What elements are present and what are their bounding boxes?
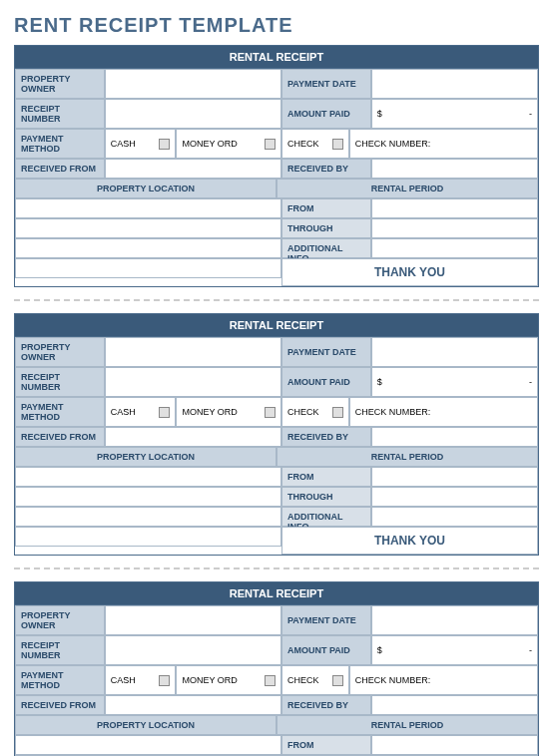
label-amount-paid: AMOUNT PAID xyxy=(281,99,371,129)
label-payment-date: PAYMENT DATE xyxy=(281,69,371,99)
checkbox-icon[interactable] xyxy=(265,407,276,418)
value-property-owner[interactable] xyxy=(105,69,281,99)
label-received-from: RECEIVED FROM xyxy=(15,695,105,715)
value-amount-paid[interactable]: $- xyxy=(371,635,538,665)
label-property-owner: PROPERTY OWNER xyxy=(15,605,105,635)
label-property-owner: PROPERTY OWNER xyxy=(15,337,105,367)
thank-you: THANK YOU xyxy=(281,258,538,286)
header-rental-period: RENTAL PERIOD xyxy=(276,447,538,467)
rental-receipt: RENTAL RECEIPT PROPERTY OWNER PAYMENT DA… xyxy=(14,45,539,287)
value-received-from[interactable] xyxy=(105,695,281,715)
value-from[interactable] xyxy=(371,735,538,755)
divider xyxy=(14,567,539,569)
header-property-location: PROPERTY LOCATION xyxy=(15,715,276,735)
property-location-line[interactable] xyxy=(15,467,281,487)
label-received-by: RECEIVED BY xyxy=(281,427,371,447)
header-rental-period: RENTAL PERIOD xyxy=(276,715,538,735)
payment-money-order[interactable]: MONEY ORD xyxy=(176,665,281,695)
label-received-by: RECEIVED BY xyxy=(281,159,371,179)
header-property-location: PROPERTY LOCATION xyxy=(15,447,276,467)
payment-cash[interactable]: CASH xyxy=(105,129,177,159)
receipt-header: RENTAL RECEIPT xyxy=(15,46,538,69)
value-additional-info[interactable] xyxy=(371,507,538,527)
label-payment-date: PAYMENT DATE xyxy=(281,337,371,367)
value-receipt-number[interactable] xyxy=(105,635,281,665)
value-through[interactable] xyxy=(371,218,538,238)
label-from: FROM xyxy=(281,467,371,487)
value-property-owner[interactable] xyxy=(105,337,281,367)
label-received-from: RECEIVED FROM xyxy=(15,427,105,447)
value-received-from[interactable] xyxy=(105,159,281,179)
value-amount-paid[interactable]: $- xyxy=(371,99,538,129)
value-payment-date[interactable] xyxy=(371,605,538,635)
page-title: RENT RECEIPT TEMPLATE xyxy=(14,14,539,37)
payment-check[interactable]: CHECK xyxy=(281,129,349,159)
value-received-by[interactable] xyxy=(371,695,538,715)
payment-check[interactable]: CHECK xyxy=(281,397,349,427)
rental-receipt: RENTAL RECEIPT PROPERTY OWNER PAYMENT DA… xyxy=(14,313,539,556)
payment-check[interactable]: CHECK xyxy=(281,665,349,695)
value-payment-date[interactable] xyxy=(371,69,538,99)
checkbox-icon[interactable] xyxy=(332,139,343,150)
divider xyxy=(14,299,539,301)
label-payment-method: PAYMENT METHOD xyxy=(15,665,105,695)
value-amount-paid[interactable]: $- xyxy=(371,367,538,397)
value-received-by[interactable] xyxy=(371,159,538,179)
label-amount-paid: AMOUNT PAID xyxy=(281,367,371,397)
check-number[interactable]: CHECK NUMBER: xyxy=(349,665,538,695)
label-receipt-number: RECEIPT NUMBER xyxy=(15,99,105,129)
receipt-header: RENTAL RECEIPT xyxy=(15,582,538,605)
label-through: THROUGH xyxy=(281,487,371,507)
property-location-line[interactable] xyxy=(15,258,281,278)
rental-receipt: RENTAL RECEIPT PROPERTY OWNER PAYMENT DA… xyxy=(14,581,539,756)
value-from[interactable] xyxy=(371,198,538,218)
label-through: THROUGH xyxy=(281,218,371,238)
property-location-line[interactable] xyxy=(15,487,281,507)
value-received-by[interactable] xyxy=(371,427,538,447)
value-through[interactable] xyxy=(371,487,538,507)
value-payment-date[interactable] xyxy=(371,337,538,367)
label-payment-method: PAYMENT METHOD xyxy=(15,129,105,159)
checkbox-icon[interactable] xyxy=(265,675,276,686)
receipt-header: RENTAL RECEIPT xyxy=(15,314,538,337)
label-additional-info: ADDITIONAL INFO xyxy=(281,238,371,258)
checkbox-icon[interactable] xyxy=(159,139,170,150)
payment-money-order[interactable]: MONEY ORD xyxy=(176,397,281,427)
checkbox-icon[interactable] xyxy=(332,407,343,418)
property-location-line[interactable] xyxy=(15,735,281,755)
checkbox-icon[interactable] xyxy=(265,139,276,150)
property-location-line[interactable] xyxy=(15,238,281,258)
label-from: FROM xyxy=(281,198,371,218)
payment-cash[interactable]: CASH xyxy=(105,665,177,695)
label-received-from: RECEIVED FROM xyxy=(15,159,105,179)
property-location-line[interactable] xyxy=(15,218,281,238)
property-location-line[interactable] xyxy=(15,198,281,218)
header-property-location: PROPERTY LOCATION xyxy=(15,179,276,198)
value-receipt-number[interactable] xyxy=(105,99,281,129)
checkbox-icon[interactable] xyxy=(159,407,170,418)
checkbox-icon[interactable] xyxy=(332,675,343,686)
label-payment-date: PAYMENT DATE xyxy=(281,605,371,635)
value-from[interactable] xyxy=(371,467,538,487)
value-receipt-number[interactable] xyxy=(105,367,281,397)
label-receipt-number: RECEIPT NUMBER xyxy=(15,367,105,397)
check-number[interactable]: CHECK NUMBER: xyxy=(349,129,538,159)
payment-money-order[interactable]: MONEY ORD xyxy=(176,129,281,159)
value-property-owner[interactable] xyxy=(105,605,281,635)
value-received-from[interactable] xyxy=(105,427,281,447)
label-amount-paid: AMOUNT PAID xyxy=(281,635,371,665)
check-number[interactable]: CHECK NUMBER: xyxy=(349,397,538,427)
label-property-owner: PROPERTY OWNER xyxy=(15,69,105,99)
payment-cash[interactable]: CASH xyxy=(105,397,177,427)
thank-you: THANK YOU xyxy=(281,527,538,555)
header-rental-period: RENTAL PERIOD xyxy=(276,179,538,198)
property-location-line[interactable] xyxy=(15,507,281,527)
value-additional-info[interactable] xyxy=(371,238,538,258)
label-payment-method: PAYMENT METHOD xyxy=(15,397,105,427)
label-receipt-number: RECEIPT NUMBER xyxy=(15,635,105,665)
checkbox-icon[interactable] xyxy=(159,675,170,686)
label-additional-info: ADDITIONAL INFO xyxy=(281,507,371,527)
property-location-line[interactable] xyxy=(15,527,281,547)
label-received-by: RECEIVED BY xyxy=(281,695,371,715)
label-from: FROM xyxy=(281,735,371,755)
